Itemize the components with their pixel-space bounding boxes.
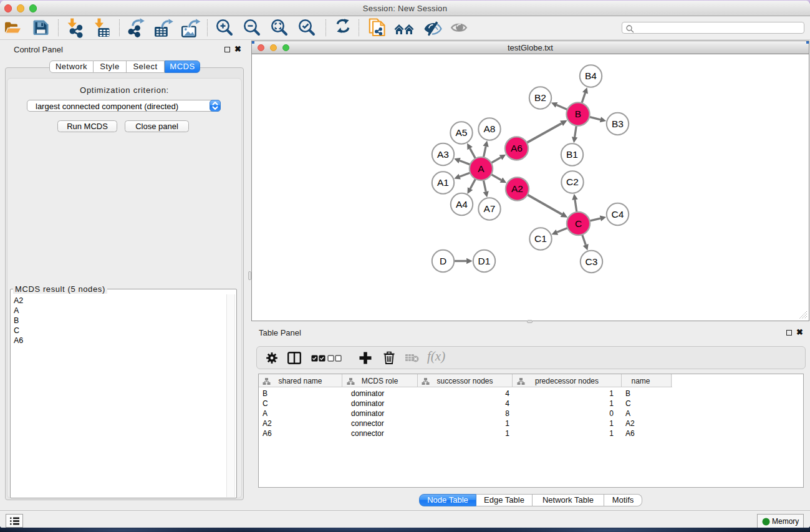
svg-text:B3: B3 [612, 118, 624, 129]
svg-text:C1: C1 [534, 233, 547, 244]
svg-text:A3: A3 [437, 149, 449, 160]
svg-text:A7: A7 [484, 203, 496, 214]
svg-text:B2: B2 [534, 92, 546, 103]
svg-text:D1: D1 [478, 256, 491, 266]
svg-text:A1: A1 [437, 177, 449, 188]
svg-text:C2: C2 [566, 177, 579, 187]
svg-text:B: B [575, 109, 581, 119]
svg-text:D: D [440, 256, 446, 266]
svg-text:A2: A2 [511, 183, 523, 194]
svg-text:A6: A6 [511, 143, 523, 153]
svg-text:A: A [478, 163, 485, 174]
svg-text:C3: C3 [586, 256, 598, 267]
svg-text:A4: A4 [456, 199, 468, 210]
svg-text:A8: A8 [484, 123, 496, 134]
svg-text:B1: B1 [566, 149, 578, 160]
svg-text:B4: B4 [585, 70, 597, 81]
svg-text:C: C [575, 218, 582, 229]
svg-text:C4: C4 [612, 209, 624, 220]
svg-text:A5: A5 [456, 127, 468, 138]
